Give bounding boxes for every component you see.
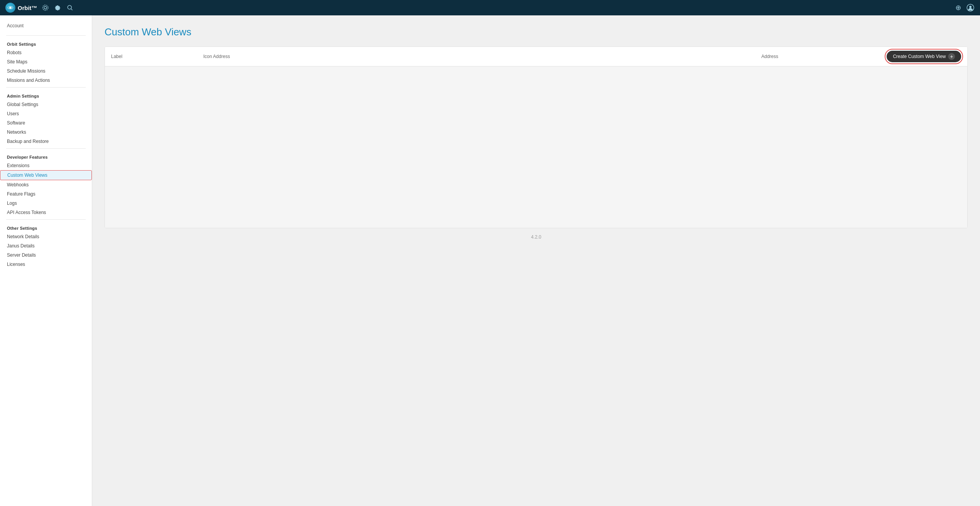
sidebar-item-janus-details[interactable]: Janus Details xyxy=(0,241,92,251)
app-logo: Orbit™ xyxy=(5,3,37,13)
svg-point-2 xyxy=(44,7,47,9)
sidebar-item-robots[interactable]: Robots xyxy=(0,48,92,57)
sidebar-item-global-settings[interactable]: Global Settings xyxy=(0,100,92,109)
extensions-icon[interactable]: ⊕ xyxy=(954,3,962,12)
topbar-right: ⊕ xyxy=(954,3,975,12)
orbit-icon xyxy=(5,3,15,13)
col-header-label: Label xyxy=(111,54,203,59)
sidebar-item-logs[interactable]: Logs xyxy=(0,199,92,208)
gear-icon[interactable] xyxy=(53,3,62,12)
create-custom-web-view-button[interactable]: Create Custom Web View + xyxy=(887,51,961,62)
sidebar-item-users[interactable]: Users xyxy=(0,109,92,118)
topbar: Orbit™ ⊕ xyxy=(0,0,980,15)
version-footer: 4.2.0 xyxy=(105,228,968,246)
svg-point-7 xyxy=(969,6,972,8)
sidebar-item-server-details[interactable]: Server Details xyxy=(0,251,92,260)
sidebar-account-label[interactable]: Account xyxy=(0,20,92,33)
sidebar-item-licenses[interactable]: Licenses xyxy=(0,260,92,269)
section-developer-features: Developer Features xyxy=(0,151,92,161)
sidebar-item-custom-web-views[interactable]: Custom Web Views xyxy=(0,170,92,180)
sidebar-divider-top xyxy=(6,35,86,36)
settings-icon[interactable] xyxy=(41,3,50,12)
section-orbit-settings: Orbit Settings xyxy=(0,38,92,48)
main-content: Custom Web Views Label Icon Address Addr… xyxy=(92,15,980,506)
section-admin-settings: Admin Settings xyxy=(0,90,92,100)
sidebar-item-networks[interactable]: Networks xyxy=(0,128,92,137)
sidebar-divider-3 xyxy=(6,219,86,220)
sidebar-item-missions-actions[interactable]: Missions and Actions xyxy=(0,76,92,85)
sidebar-item-site-maps[interactable]: Site Maps xyxy=(0,57,92,66)
sidebar-divider-1 xyxy=(6,87,86,88)
table-header: Label Icon Address Address Create Custom… xyxy=(105,47,967,66)
section-other-settings: Other Settings xyxy=(0,222,92,232)
table-empty-area xyxy=(105,66,967,228)
sidebar-item-backup-restore[interactable]: Backup and Restore xyxy=(0,137,92,146)
svg-line-5 xyxy=(71,9,72,10)
layout: Account Orbit Settings Robots Site Maps … xyxy=(0,15,980,506)
sidebar-divider-2 xyxy=(6,148,86,149)
content-card: Label Icon Address Address Create Custom… xyxy=(105,46,968,228)
col-header-actions: Create Custom Web View + xyxy=(877,51,961,62)
col-header-icon-address: Icon Address xyxy=(203,54,761,59)
sidebar-item-schedule-missions[interactable]: Schedule Missions xyxy=(0,66,92,76)
create-button-label: Create Custom Web View xyxy=(893,54,946,59)
plus-icon: + xyxy=(948,53,955,60)
user-icon[interactable] xyxy=(966,3,975,12)
sidebar-item-software[interactable]: Software xyxy=(0,118,92,128)
svg-point-0 xyxy=(9,7,12,9)
page-title: Custom Web Views xyxy=(105,26,968,38)
sidebar-item-feature-flags[interactable]: Feature Flags xyxy=(0,189,92,199)
version-text: 4.2.0 xyxy=(531,234,541,240)
svg-point-3 xyxy=(43,5,48,10)
sidebar-item-network-details[interactable]: Network Details xyxy=(0,232,92,241)
search-icon[interactable] xyxy=(66,3,74,12)
sidebar-item-webhooks[interactable]: Webhooks xyxy=(0,180,92,189)
sidebar-item-extensions[interactable]: Extensions xyxy=(0,161,92,170)
col-header-address: Address xyxy=(761,54,877,59)
sidebar: Account Orbit Settings Robots Site Maps … xyxy=(0,15,92,506)
topbar-left: Orbit™ xyxy=(5,3,74,13)
sidebar-item-api-access-tokens[interactable]: API Access Tokens xyxy=(0,208,92,217)
